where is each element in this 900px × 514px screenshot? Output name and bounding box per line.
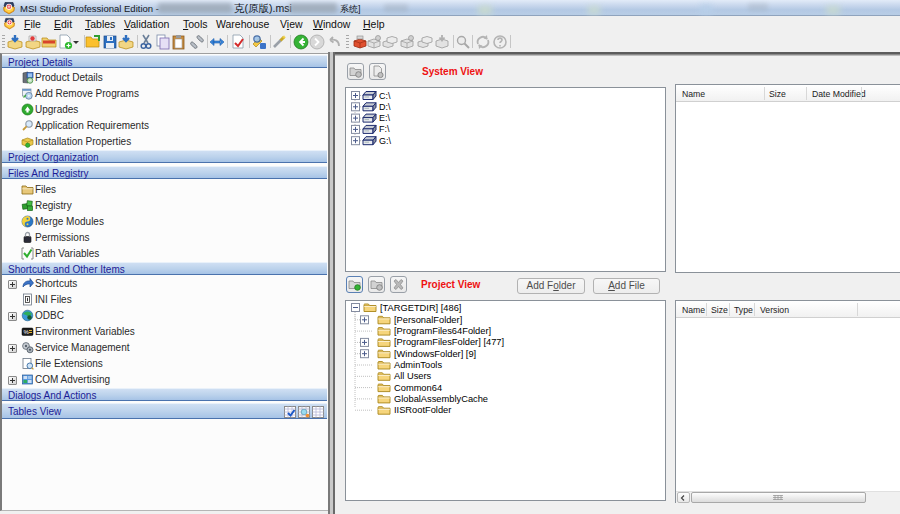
svg-text:IISRootFolder: IISRootFolder [394, 405, 451, 415]
svg-text:[PersonalFolder]: [PersonalFolder] [394, 315, 462, 325]
svg-text:[ProgramFilesFolder] [477]: [ProgramFilesFolder] [477] [394, 337, 504, 347]
svg-text:F:\: F:\ [379, 124, 390, 134]
svg-text:E:\: E:\ [379, 113, 391, 123]
svg-text:[WindowsFolder] [9]: [WindowsFolder] [9] [394, 349, 476, 359]
svg-text:GlobalAssemblyCache: GlobalAssemblyCache [394, 394, 488, 404]
svg-text:D:\: D:\ [379, 102, 391, 112]
svg-text:All Users: All Users [394, 371, 432, 381]
svg-text:Common64: Common64 [394, 383, 442, 393]
svg-text:[ProgramFiles64Folder]: [ProgramFiles64Folder] [394, 326, 491, 336]
svg-text:AdminTools: AdminTools [394, 360, 442, 370]
svg-text:%: % [24, 329, 30, 335]
svg-text:G:\: G:\ [379, 136, 392, 146]
svg-text:C:\: C:\ [379, 91, 391, 101]
svg-text:[TARGETDIR] [486]: [TARGETDIR] [486] [380, 303, 461, 313]
